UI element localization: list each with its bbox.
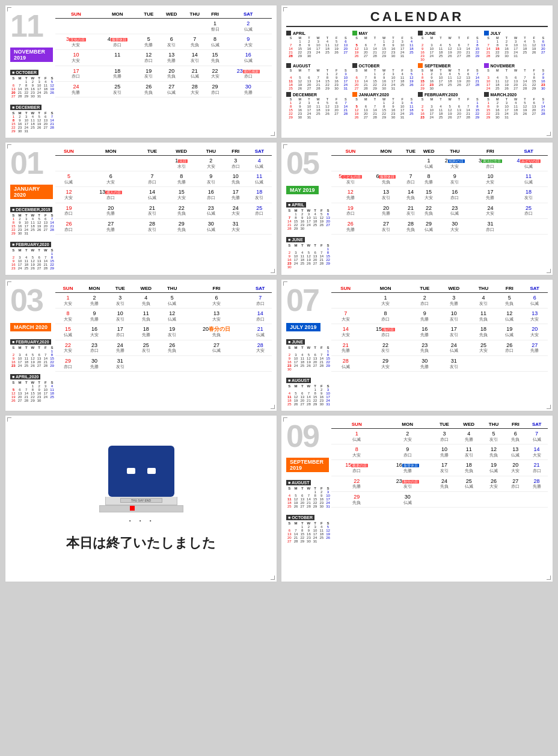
panel-overview: CALENDAR APRIL SMTWTFS 123456 7891011121… (281, 5, 553, 138)
overview-title: CALENDAR (286, 9, 548, 27)
panel-may: 05 MAY 2019 ■ APRIL SMTWTFS 123456 78910… (281, 142, 553, 275)
col-thu: THU (184, 10, 206, 19)
overview-grid: APRIL SMTWTFS 123456 78910111213 1415161… (286, 31, 548, 119)
panel-right-jan: SUNMONTUEWEDTHUFRISAT 1元日水引 2大安 3赤口 4仏滅 … (55, 147, 272, 235)
computer-base-top: THU SAY END (105, 497, 177, 505)
panel-left-jul: 07 JULY 2019 ■ JUNE SMTWTFS 1 2345678 91… (286, 284, 331, 406)
computer-screen (108, 446, 174, 497)
month-label-mar: MARCH 2020 (10, 323, 51, 331)
mini-aug-sep: ■ AUGUST SMTWTFS 123 45678910 1112131415… (286, 476, 329, 508)
month-number-jul: 07 (286, 284, 319, 316)
panel-september: 09 SEPTEMBER 2019 ■ AUGUST SMTWTFS 123 4… (281, 415, 553, 582)
end-text: 本日は終了いたしました (66, 534, 216, 552)
panel-july: 07 JULY 2019 ■ JUNE SMTWTFS 1 2345678 91… (281, 279, 553, 411)
mini-dec-nov: ■ DECEMBER SMTWTFS 1234567 891011121314 … (10, 100, 53, 133)
panel-left-may: 05 MAY 2019 ■ APRIL SMTWTFS 123456 78910… (286, 147, 331, 269)
panel-left-sep: 09 SEPTEMBER 2019 ■ AUGUST SMTWTFS 123 4… (286, 420, 331, 543)
mini-apr-mar: ■ APRIL,2020 SMTWTFS 1234 567891011 1213… (10, 370, 53, 402)
ov-april: APRIL SMTWTFS 123456 78910111213 1415161… (286, 31, 351, 61)
mini-jun-may: ■ JUNE SMTWTFS 1 2345678 9101112131415 1… (286, 233, 329, 269)
ov-jan2020: JANUARY.2020 SMTWTFS 1234 567891011 1213… (352, 92, 417, 119)
computer-face (127, 468, 156, 474)
mini-feb-jan: ■ FEBRUARY,2020 SMTWTWS 1 2345678 910111… (10, 238, 53, 270)
month-label-jul: JULY 2019 (286, 323, 320, 331)
panel-left-jan: 01 JANUARY 2020 ■ DECEMBER,2019 SMTWTFS … (10, 147, 55, 270)
col-sat: SAT (224, 10, 272, 19)
computer-label: THU SAY END (120, 498, 162, 503)
dots: ・・・ (126, 516, 156, 527)
ov-july: JULY SMTWTFS 123456 78910111213 14151617… (484, 31, 548, 61)
month-number-nov: 11 (10, 10, 43, 41)
mini-oct-sep: ■ OCTOBER SMTWTFS 12345 6789101112 13141… (286, 511, 329, 543)
panel-right-sep: SUNMONTUEWEDTHUFRISAT 1仏滅 2大安 3赤口 4先勝 5友… (331, 420, 548, 508)
col-fri: FRI (206, 10, 224, 19)
main-grid: 11 NOVEMBER 2019 ■ OCTOBER SMTWTFS 12345… (0, 0, 558, 587)
col-mon: MON (97, 10, 138, 19)
ov-june: JUNE SMTWTFS 1 2345678 9101112131415 161… (418, 31, 482, 61)
panel-left-nov: 11 NOVEMBER 2019 ■ OCTOBER SMTWTFS 12345… (10, 10, 55, 133)
right-eye (147, 468, 156, 474)
col-wed: WED (159, 10, 184, 19)
mini-feb-mar: ■ FEBRUARY,2020 SMTWTFS 1 2345678 910111… (10, 335, 53, 367)
mini-oct: ■ OCTOBER SMTWTFS 12345 6789101112 13141… (10, 66, 53, 98)
month-label-may: MAY 2019 (286, 186, 319, 194)
ov-feb2020: FEBRUARY.2020 SMTWTFS 1 2345678 91011121… (418, 92, 482, 119)
month-label-jan: JANUARY 2020 (10, 185, 53, 199)
ov-dec-2019: DECEMBER SMTWTFS 1234567 891011121314 15… (286, 92, 351, 119)
computer-stand (99, 505, 183, 512)
ov-mar2020: MARCH.2020 SMTWTFS 1234567 891011121314 … (484, 92, 548, 119)
end-display: THU SAY END ・・・ 本日は終了いたしました (10, 420, 272, 577)
ov-aug: AUGUST SMTWTFS 123 45678910 111213141516… (286, 63, 351, 90)
month-label-nov: NOVEMBER 2019 (10, 48, 53, 62)
left-eye (127, 468, 135, 474)
ov-nov: NOVEMBER SMTWTFS 12 3456789 101112131415… (484, 63, 548, 90)
panel-left-mar: 03 MARCH 2020 ■ FEBRUARY,2020 SMTWTFS 1 … (10, 284, 55, 402)
col-sun: SUN (55, 10, 97, 19)
col-tue: TUE (138, 10, 159, 19)
ov-sep: SEPTEMBER SMTWTFS 1234567 891011121314 1… (418, 63, 482, 90)
ov-may: MAY SMTWTFS 1234 567891011 1213141516171… (352, 31, 417, 61)
month-number-may: 05 (286, 147, 319, 179)
panel-right-jul: SUNMONTUEWEDTHUFRISAT 1大安 2赤口 3先勝 4友引 5先… (331, 284, 548, 372)
mini-dec-jan: ■ DECEMBER,2019 SMTWTFS 1234567 89101112… (10, 203, 53, 235)
panel-november: 11 NOVEMBER 2019 ■ OCTOBER SMTWTFS 12345… (5, 5, 277, 138)
panel-right-nov: SUN MON TUE WED THU FRI SAT 1祭日 (55, 10, 272, 97)
panel-right-may: SUNMONTUEWEDTHUFRISAT 1仏滅 2昭和の日大安 3憲法記念日… (331, 147, 548, 235)
red-button (130, 506, 135, 511)
panel-end: THU SAY END ・・・ 本日は終了いたしました (5, 415, 277, 582)
mini-apr-may: ■ APRIL SMTWTFS 123456 78910111213 14151… (286, 198, 329, 230)
mini-jun-jul: ■ JUNE SMTWTFS 1 2345678 9101112131415 1… (286, 335, 329, 371)
month-label-sep: SEPTEMBER 2019 (286, 458, 329, 472)
month-number-jan: 01 (10, 147, 43, 179)
month-number-sep: 09 (286, 420, 319, 452)
panel-right-mar: SUNMONTUEWEDTHUFRISAT 1大安 2先勝 3友引 4先負 5仏… (55, 284, 272, 372)
panel-march: 03 MARCH 2020 ■ FEBRUARY,2020 SMTWTFS 1 … (5, 279, 277, 411)
month-number-mar: 03 (10, 284, 43, 316)
mini-aug-jul: ■ AUGUST SMTWTFS 123 45678910 1112131415… (286, 373, 329, 406)
ov-oct: OCTOBER SMTWTFS 12345 6789101112 1314151… (352, 63, 417, 90)
computer-illustration: THU SAY END (99, 446, 183, 512)
panel-january: 01 JANUARY 2020 ■ DECEMBER,2019 SMTWTFS … (5, 142, 277, 275)
